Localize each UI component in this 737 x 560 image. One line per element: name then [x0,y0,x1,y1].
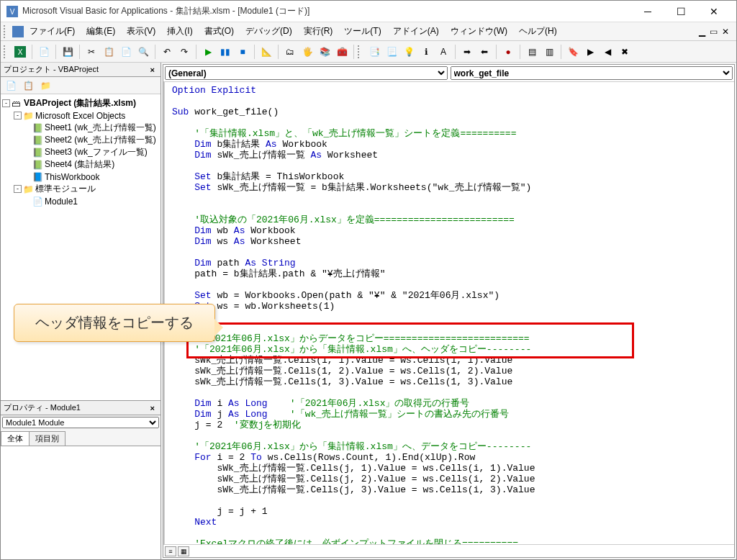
svg-text:V: V [10,8,15,16]
sheet-icon: 📗 [32,123,42,133]
properties-object-selector[interactable]: Module1 Module [2,417,159,428]
toolbar-grip[interactable] [4,25,9,38]
sheet-icon: 📗 [32,148,42,158]
indent-button[interactable]: ➡ [459,44,475,60]
menu-file[interactable]: ファイル(F) [24,23,81,40]
tree-sheet2[interactable]: Sheet2 (wk_売上げ情報一覧) [45,134,156,146]
workbook-icon: 📘 [32,172,42,182]
breakpoint-button[interactable]: ● [500,44,516,60]
prev-bookmark-button[interactable]: ◀ [600,44,615,60]
properties-pane-title: プロパティ - Module1 [4,402,81,413]
quick-info-button[interactable]: 💡 [401,44,417,60]
properties-grid[interactable] [1,446,160,559]
parameter-info-button[interactable]: ℹ [418,44,434,60]
tab-all[interactable]: 全体 [1,431,30,446]
menu-edit[interactable]: 編集(E) [81,23,121,40]
menubar: ファイル(F) 編集(E) 表示(V) 挿入(I) 書式(O) デバッグ(D) … [1,22,736,41]
menu-addins[interactable]: アドイン(A) [387,23,445,40]
annotation-callout: ヘッダ情報をコピーする [14,304,215,342]
expand-icon[interactable]: - [2,99,10,107]
close-button[interactable]: ✕ [697,1,731,22]
properties-pane-close-button[interactable]: × [148,404,158,412]
tree-thisworkbook[interactable]: ThisWorkbook [45,172,99,182]
maximize-button[interactable]: ☐ [664,1,697,22]
properties-pane: プロパティ - Module1 × Module1 Module 全体 項目別 [1,401,160,559]
window-buttons: ─ ☐ ✕ [631,1,731,22]
list-constants-button[interactable]: 📃 [384,44,399,60]
project-explorer-button[interactable]: 🗂 [282,44,298,60]
vba-menu-icon [12,26,24,37]
properties-tabs: 全体 項目別 [1,431,160,446]
mdi-minimize-button[interactable]: ▁ [699,27,705,37]
svg-text:X: X [18,48,23,56]
toolbar-grip[interactable] [4,45,9,58]
tree-sheet4[interactable]: Sheet4 (集計結果) [45,158,114,171]
menu-debug[interactable]: デバッグ(D) [240,23,298,40]
code-combo-row: (General) work_get_file [163,65,734,82]
mdi-restore-button[interactable]: ▭ [710,27,718,37]
properties-button[interactable]: 🖐 [299,44,315,60]
titlebar: V Microsoft Visual Basic for Application… [1,1,736,22]
menu-insert[interactable]: 挿入(I) [161,23,198,40]
menu-window[interactable]: ウィンドウ(W) [445,23,513,40]
sheet-icon: 📗 [32,135,42,145]
view-object-button[interactable]: 📋 [21,78,35,93]
comment-block-button[interactable]: ▤ [524,44,540,60]
tree-sheet1[interactable]: Sheet1 (wk_売上げ情報一覧) [45,122,156,134]
project-mini-toolbar: 📄 📋 📁 [1,77,160,94]
outdent-button[interactable]: ⬅ [476,44,492,60]
toolbar-grip-2[interactable] [358,45,363,58]
procedure-combo[interactable]: work_get_file [451,66,733,80]
menu-run[interactable]: 実行(R) [298,23,339,40]
window-title: Microsoft Visual Basic for Applications … [22,5,631,17]
tree-module1[interactable]: Module1 [45,197,78,207]
modules-folder[interactable]: 標準モジュール [35,183,96,195]
object-browser-button[interactable]: 📚 [317,44,333,60]
code-editor[interactable]: Option Explicit Sub work_get_file() '「集計… [163,82,734,544]
toggle-folders-button[interactable]: 📁 [38,78,53,93]
clear-bookmarks-button[interactable]: ✖ [617,44,633,60]
properties-pane-header: プロパティ - Module1 × [1,401,160,415]
expand-icon[interactable]: - [14,112,22,119]
list-properties-button[interactable]: 📑 [366,44,382,60]
expand-icon[interactable]: - [14,185,22,193]
next-bookmark-button[interactable]: ▶ [582,44,598,60]
menu-tools[interactable]: ツール(T) [338,23,386,40]
menu-help[interactable]: ヘルプ(H) [513,23,563,40]
app-window: V Microsoft Visual Basic for Application… [0,0,737,560]
cut-button[interactable]: ✂ [83,44,99,60]
object-combo[interactable]: (General) [165,66,448,80]
insert-module-button[interactable]: 📄 [36,44,52,60]
project-pane-close-button[interactable]: × [148,66,158,74]
uncomment-block-button[interactable]: ▥ [541,44,557,60]
redo-button[interactable]: ↷ [176,44,192,60]
bookmark-button[interactable]: 🔖 [565,44,581,60]
procedure-view-button[interactable]: ≡ [165,546,176,556]
run-button[interactable]: ▶ [200,44,216,60]
view-excel-button[interactable]: X [12,44,28,60]
minimize-button[interactable]: ─ [631,1,664,22]
save-button[interactable]: 💾 [60,44,76,60]
view-code-button[interactable]: 📄 [4,78,18,93]
tree-sheet3[interactable]: Sheet3 (wk_ファイル一覧) [45,146,148,158]
project-root[interactable]: VBAProject (集計結果.xlsm) [24,97,136,109]
paste-button[interactable]: 📄 [118,44,134,60]
code-window: (General) work_get_file Option Explicit … [163,64,735,558]
design-mode-button[interactable]: 📐 [258,44,274,60]
find-button[interactable]: 🔍 [135,44,151,60]
undo-button[interactable]: ↶ [159,44,175,60]
reset-button[interactable]: ■ [235,44,250,60]
project-tree[interactable]: -🗃VBAProject (集計結果.xlsm) -📁Microsoft Exc… [1,94,160,401]
complete-word-button[interactable]: A [435,44,451,60]
excel-objects-folder[interactable]: Microsoft Excel Objects [35,111,125,121]
break-button[interactable]: ▮▮ [217,44,233,60]
folder-icon: 📁 [23,111,33,121]
full-module-view-button[interactable]: ▦ [178,546,189,556]
menu-format[interactable]: 書式(O) [199,23,240,40]
menu-view[interactable]: 表示(V) [121,23,161,40]
code-scroll[interactable]: Option Explicit Sub work_get_file() '「集計… [163,82,734,544]
mdi-close-button[interactable]: ✕ [722,27,729,37]
toolbox-button[interactable]: 🧰 [334,44,350,60]
copy-button[interactable]: 📋 [101,44,117,60]
tab-categorized[interactable]: 項目別 [29,431,65,446]
